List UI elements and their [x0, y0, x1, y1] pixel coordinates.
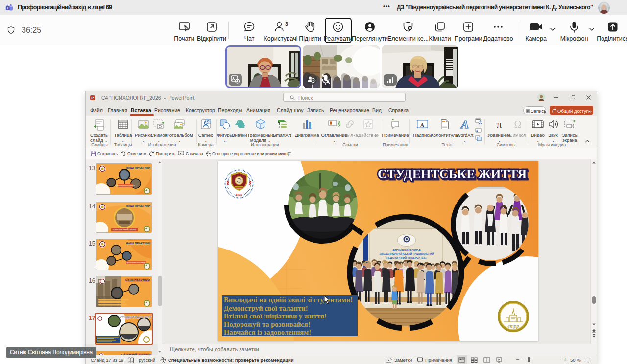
svg-text:3: 3 [285, 21, 288, 27]
svg-text:Ω: Ω [514, 119, 522, 130]
svg-text:A: A [460, 118, 469, 131]
svg-text:T: T [7, 6, 9, 10]
svg-text:НАШІ ПРАКТИКИ: НАШІ ПРАКТИКИ [125, 279, 150, 282]
svg-text:НАШІ ПРАКТИКИ: НАШІ ПРАКТИКИ [126, 205, 150, 207]
svg-text:НАШІ ПРАКТИКИ: НАШІ ПРАКТИКИ [126, 242, 150, 245]
svg-text:НАШІ ПРАКТИКИ: НАШІ ПРАКТИКИ [126, 166, 150, 169]
svg-text:?: ? [312, 79, 314, 83]
svg-text:психологічний зошит: психологічний зошит [113, 228, 137, 231]
svg-text:тренінгової взаємодії: тренінгової взаємодії [126, 261, 146, 264]
svg-text:Психологічна служба: Психологічна служба [116, 184, 135, 187]
svg-text:втрр: втрр [507, 323, 519, 329]
svg-text:π: π [497, 118, 502, 130]
svg-text:P: P [91, 96, 94, 100]
svg-text:А: А [420, 122, 424, 128]
